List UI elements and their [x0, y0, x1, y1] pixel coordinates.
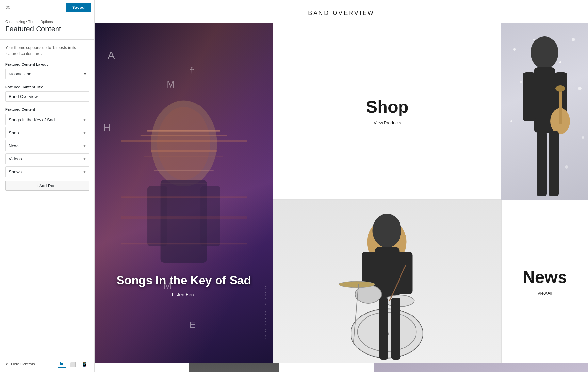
featured-link[interactable]: Listen Here — [172, 292, 196, 297]
news-link[interactable]: View All — [537, 291, 552, 296]
content-item-shop[interactable]: Shop ▾ — [5, 127, 89, 138]
saved-button[interactable]: Saved — [66, 3, 91, 12]
mobile-view-button[interactable]: 📱 — [80, 360, 89, 368]
svg-rect-6 — [154, 170, 213, 171]
guitarist-cell — [189, 363, 279, 372]
svg-rect-20 — [559, 89, 562, 124]
news-cell[interactable]: News View All — [501, 200, 588, 363]
news-title: News — [523, 267, 567, 287]
hide-controls-button[interactable]: 👁 Hide Controls — [5, 362, 35, 366]
shop-title: Shop — [366, 97, 409, 117]
chevron-down-icon: ▾ — [83, 117, 86, 122]
mosaic-grid: A † M H M E Songs In the Key of Sad List… — [95, 23, 588, 363]
content-item-label: Shows — [9, 170, 22, 174]
svg-point-35 — [373, 214, 401, 248]
content-item-label: Videos — [9, 156, 22, 161]
chevron-down-icon: ▾ — [83, 130, 86, 135]
svg-rect-22 — [537, 131, 547, 196]
svg-rect-5 — [144, 157, 223, 157]
view-icons: 🖥 ⬜ 📱 — [58, 360, 89, 368]
shop-image-cell — [501, 23, 588, 200]
svg-point-24 — [513, 48, 516, 51]
content-item-label: Shop — [9, 130, 19, 135]
content-item-videos[interactable]: Videos ▾ — [5, 153, 89, 164]
svg-rect-12 — [121, 196, 247, 198]
svg-point-21 — [555, 85, 565, 92]
svg-rect-49 — [391, 298, 400, 360]
sidebar-body: Your theme supports up to 15 posts in it… — [0, 40, 94, 356]
svg-rect-13 — [121, 216, 247, 219]
sidebar-footer: 👁 Hide Controls 🖥 ⬜ 📱 — [0, 356, 94, 372]
layout-label: Featured Content Layout — [5, 62, 89, 66]
svg-rect-9 — [147, 186, 167, 246]
info-text: Your theme supports up to 15 posts in it… — [5, 45, 89, 57]
svg-rect-17 — [523, 72, 536, 121]
sidebar: ✕ Saved Customizing • Theme Options Feat… — [0, 0, 95, 372]
videos-cell[interactable]: Videos Watch Now — [95, 363, 189, 372]
deco-letter-m: M — [167, 79, 175, 90]
chevron-down-icon: ▾ — [83, 169, 86, 174]
desktop-view-button[interactable]: 🖥 — [58, 360, 66, 368]
svg-rect-8 — [161, 180, 207, 263]
close-button[interactable]: ✕ — [3, 4, 13, 11]
deco-letter-t: † — [189, 66, 195, 76]
title-field-group: Featured Content Title — [5, 85, 89, 102]
eye-icon: 👁 — [5, 362, 9, 366]
svg-point-30 — [582, 136, 584, 139]
preview-area: BAND OVERVIEW — [95, 0, 588, 372]
hide-controls-label: Hide Controls — [11, 362, 35, 366]
singer-cell — [374, 363, 588, 372]
svg-point-25 — [572, 38, 575, 41]
content-item-label: News — [9, 143, 20, 148]
svg-point-32 — [565, 165, 568, 169]
deco-letter-e: E — [189, 320, 196, 330]
featured-main-cell[interactable]: A † M H M E Songs In the Key of Sad List… — [95, 23, 273, 363]
layout-select[interactable]: Mosaic Grid Slideshow Grid — [5, 69, 89, 79]
content-item-shows[interactable]: Shows ▾ — [5, 166, 89, 177]
sidebar-top-bar: ✕ Saved — [0, 0, 94, 15]
content-item-label: Songs In the Key of Sad — [9, 117, 55, 122]
vertical-text: SONGS IN THE KEY OF SAD — [264, 286, 267, 343]
section-title: Featured Content — [5, 25, 89, 38]
tablet-view-button[interactable]: ⬜ — [68, 360, 77, 368]
featured-title-block: Songs In the Key of Sad Listen Here — [95, 274, 273, 298]
svg-point-27 — [520, 81, 522, 83]
content-label: Featured Content — [5, 107, 89, 111]
svg-rect-10 — [200, 186, 220, 246]
drums-cell: dw — [273, 200, 501, 363]
add-posts-button[interactable]: + Add Posts — [5, 181, 89, 191]
shows-cell[interactable]: Shows View Dates — [279, 363, 374, 372]
main-content: BAND OVERVIEW — [95, 0, 588, 372]
breadcrumb-section: Customizing • Theme Options Featured Con… — [0, 15, 94, 39]
svg-rect-11 — [121, 140, 247, 142]
content-item-news[interactable]: News ▾ — [5, 140, 89, 151]
svg-point-28 — [578, 87, 582, 90]
svg-rect-2 — [147, 130, 220, 132]
layout-select-wrapper: Mosaic Grid Slideshow Grid — [5, 69, 89, 79]
chevron-down-icon: ▾ — [83, 143, 86, 148]
breadcrumb: Customizing • Theme Options — [5, 20, 89, 24]
svg-rect-48 — [379, 298, 388, 360]
svg-point-26 — [559, 61, 561, 63]
band-overview-title: BAND OVERVIEW — [95, 0, 588, 23]
svg-rect-38 — [398, 252, 413, 294]
svg-rect-23 — [549, 131, 559, 196]
layout-field-group: Featured Content Layout Mosaic Grid Slid… — [5, 62, 89, 79]
svg-point-31 — [533, 39, 535, 40]
deco-letter-a: A — [108, 49, 115, 61]
svg-point-44 — [339, 281, 375, 288]
chevron-down-icon: ▾ — [83, 156, 86, 161]
content-item-songs[interactable]: Songs In the Key of Sad ▾ — [5, 114, 89, 125]
svg-point-29 — [510, 120, 512, 122]
deco-letter-h: H — [103, 121, 111, 134]
svg-rect-3 — [141, 135, 227, 136]
svg-point-15 — [531, 36, 558, 69]
shop-cell[interactable]: Shop View Products — [273, 23, 501, 200]
shop-link[interactable]: View Products — [374, 121, 401, 125]
bottom-grid: Videos Watch Now — [95, 363, 588, 372]
svg-point-1 — [157, 107, 210, 180]
sidebar-header: ✕ Saved Customizing • Theme Options Feat… — [0, 0, 94, 40]
svg-rect-4 — [151, 150, 217, 152]
title-input[interactable] — [5, 91, 89, 102]
title-label: Featured Content Title — [5, 85, 89, 89]
